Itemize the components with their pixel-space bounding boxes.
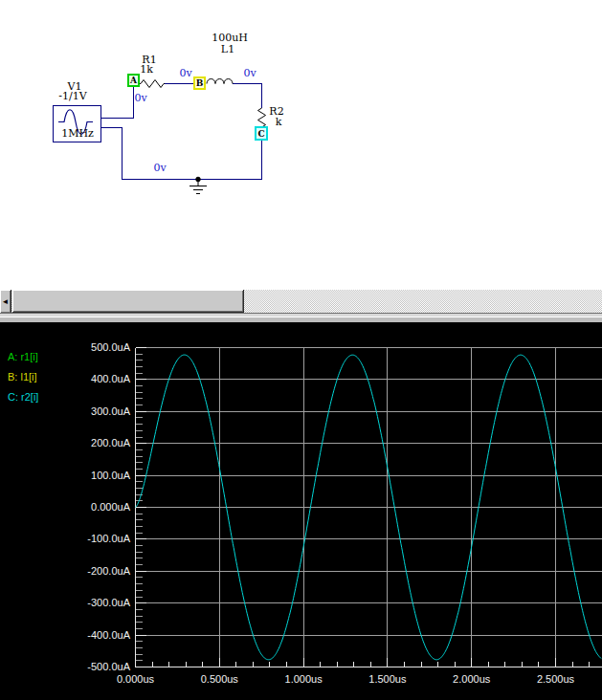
r2-value-label: k <box>276 117 282 127</box>
r1-value-label: 1k <box>140 64 153 75</box>
wires <box>101 84 262 180</box>
x-axis-tick-label: 0.000us <box>94 673 178 686</box>
net-label-0v: 0v <box>134 93 146 103</box>
net-label-0v: 0v <box>243 68 256 78</box>
probe-b-letter: B <box>196 78 204 88</box>
left-arrow-icon: ◄ <box>2 297 10 306</box>
probe-marker-a[interactable]: A <box>127 74 140 87</box>
probe-a-letter: A <box>130 76 137 85</box>
r1-resistor-symbol[interactable] <box>139 80 165 88</box>
x-axis-tick-label: 2.000us <box>430 673 514 686</box>
v1-freq-label: 1MHz <box>61 128 94 139</box>
waveform-pane: A: r1[i]B: l1[i]C: r2[i] 500.0uA400.0uA3… <box>0 322 602 700</box>
probe-marker-b[interactable]: B <box>193 77 206 90</box>
schematic-pane[interactable]: V1 -1/1V 1MHz R1 1k 100uH L1 R2 k 0v 0v … <box>0 0 602 290</box>
net-label-0v: 0v <box>153 163 166 173</box>
l1-inductor-symbol[interactable] <box>207 79 233 84</box>
y-axis-tick-label: -100.0uA <box>0 533 130 545</box>
y-axis-tick-label: 100.0uA <box>0 470 130 482</box>
scrollbar-thumb[interactable] <box>12 290 244 313</box>
y-axis-tick-label: -500.0uA <box>0 661 130 673</box>
net-label-0v: 0v <box>179 68 191 78</box>
y-axis-tick-label: -300.0uA <box>0 597 130 609</box>
x-axis-tick-label: 1.500us <box>346 673 430 686</box>
horizontal-scrollbar[interactable]: ◄ <box>0 290 602 313</box>
y-axis-tick-label: 500.0uA <box>0 341 130 354</box>
y-axis-tick-label: -200.0uA <box>0 565 130 578</box>
y-axis-tick-label: 400.0uA <box>0 373 130 385</box>
x-axis-tick-label: 0.500us <box>177 673 261 686</box>
x-axis-tick-label: 2.500us <box>514 673 598 686</box>
l1-value-label: 100uH <box>212 33 248 43</box>
circuit-simulator-window: V1 -1/1V 1MHz R1 1k 100uH L1 R2 k 0v 0v … <box>0 0 602 700</box>
schematic-drawing <box>0 0 602 290</box>
y-axis-tick-label: 300.0uA <box>0 405 130 418</box>
scrollbar-left-arrow-button[interactable]: ◄ <box>0 290 11 313</box>
x-axis-tick-label: 1.000us <box>261 673 346 686</box>
v1-value-label: -1/1V <box>58 91 86 101</box>
y-axis-tick-label: 0.000uA <box>0 501 130 514</box>
r2-resistor-symbol[interactable] <box>258 108 266 127</box>
probe-marker-c[interactable]: C <box>255 126 268 141</box>
probe-c-letter: C <box>257 129 264 139</box>
pane-splitter[interactable] <box>0 313 602 322</box>
y-axis-tick-label: 200.0uA <box>0 437 130 449</box>
l1-ref-label: L1 <box>221 44 234 55</box>
legend-item: C: r2[i] <box>8 391 38 404</box>
grid-lines <box>136 348 602 667</box>
y-axis-tick-label: -400.0uA <box>0 629 130 642</box>
